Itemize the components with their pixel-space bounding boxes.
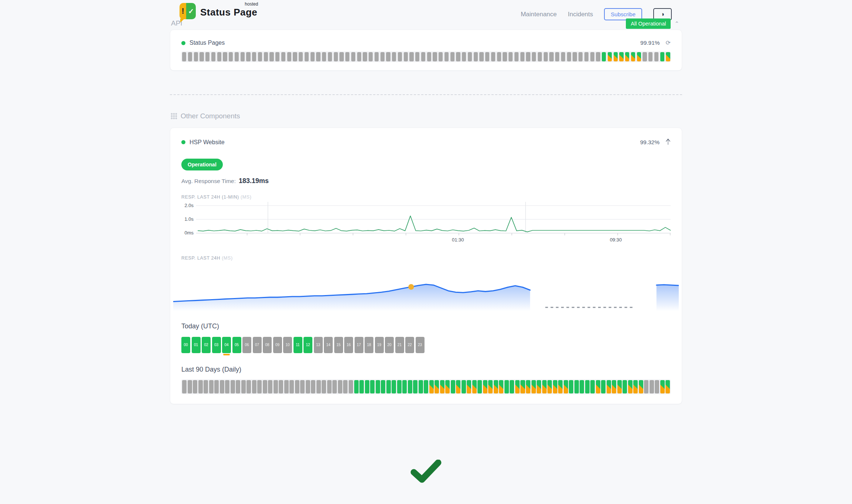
uptime-bar-degraded[interactable] [625,52,629,61]
hour-block-10[interactable]: 10 [283,337,292,353]
day-bar-operational[interactable] [601,380,606,393]
uptime-bar-operational[interactable] [660,52,664,61]
uptime-bar-no-data[interactable] [532,52,536,61]
day-bar-operational[interactable] [402,380,407,393]
uptime-bar-no-data[interactable] [485,52,489,61]
day-bar-degraded[interactable] [607,380,611,393]
uptime-bar-no-data[interactable] [258,52,262,61]
day-bar-operational[interactable] [359,380,364,393]
day-bar-degraded[interactable] [499,380,503,393]
day-bar-degraded[interactable] [547,380,552,393]
day-bar-no-data[interactable] [289,380,294,393]
uptime-bar-no-data[interactable] [538,52,542,61]
uptime-bar-no-data[interactable] [468,52,472,61]
uptime-bar-no-data[interactable] [526,52,530,61]
day-bar-degraded[interactable] [542,380,547,393]
hour-block-22[interactable]: 22 [405,337,414,353]
uptime-bar-no-data[interactable] [590,52,594,61]
day-bar-no-data[interactable] [188,380,192,393]
day-bar-no-data[interactable] [644,380,648,393]
uptime-bar-no-data[interactable] [514,52,519,61]
uptime-bar-no-data[interactable] [252,52,256,61]
day-bar-no-data[interactable] [193,380,197,393]
day-bar-degraded[interactable] [515,380,520,393]
hour-block-01[interactable]: 01 [192,337,201,353]
day-bar-no-data[interactable] [655,380,659,393]
day-bar-degraded[interactable] [435,380,439,393]
uptime-bar-degraded[interactable] [637,52,641,61]
hour-block-16[interactable]: 16 [344,337,353,353]
day-bar-operational[interactable] [504,380,509,393]
day-bar-degraded[interactable] [665,380,670,393]
uptime-bar-degraded[interactable] [631,52,635,61]
day-bar-degraded[interactable] [553,380,557,393]
day-bar-degraded[interactable] [429,380,434,393]
uptime-bar-no-data[interactable] [445,52,449,61]
day-bar-no-data[interactable] [279,380,283,393]
day-bar-no-data[interactable] [252,380,256,393]
day-bar-no-data[interactable] [257,380,262,393]
day-bar-operational[interactable] [419,380,423,393]
uptime-bar-no-data[interactable] [369,52,373,61]
day-bar-degraded[interactable] [526,380,530,393]
uptime-bar-no-data[interactable] [596,52,600,61]
uptime-bar-no-data[interactable] [246,52,250,61]
day-bar-no-data[interactable] [327,380,332,393]
uptime-bar-no-data[interactable] [404,52,408,61]
uptime-bar-no-data[interactable] [351,52,355,61]
day-bar-no-data[interactable] [306,380,310,393]
uptime-bar-no-data[interactable] [398,52,402,61]
day-bar-no-data[interactable] [300,380,305,393]
uptime-bar-no-data[interactable] [567,52,571,61]
uptime-bar-no-data[interactable] [479,52,483,61]
day-bar-degraded[interactable] [488,380,493,393]
uptime-bar-no-data[interactable] [269,52,274,61]
uptime-bar-no-data[interactable] [392,52,396,61]
hour-block-07[interactable]: 07 [253,337,262,353]
day-bar-degraded[interactable] [494,380,498,393]
day-bar-degraded[interactable] [456,380,460,393]
nav-maintenance-link[interactable]: Maintenance [521,11,557,18]
hour-block-12[interactable]: 12 [303,337,312,353]
day-bar-no-data[interactable] [332,380,337,393]
uptime-bar-no-data[interactable] [311,52,315,61]
uptime-bar-no-data[interactable] [334,52,338,61]
uptime-bar-no-data[interactable] [409,52,413,61]
uptime-bar-no-data[interactable] [573,52,577,61]
uptime-bar-no-data[interactable] [584,52,588,61]
uptime-bar-no-data[interactable] [264,52,268,61]
day-bar-no-data[interactable] [263,380,267,393]
uptime-bar-no-data[interactable] [578,52,583,61]
day-bar-degraded[interactable] [537,380,541,393]
hour-block-20[interactable]: 20 [385,337,394,353]
day-bar-operational[interactable] [392,380,396,393]
day-bar-no-data[interactable] [284,380,289,393]
hour-block-05[interactable]: 05 [232,337,241,353]
day-bar-operational[interactable] [623,380,627,393]
uptime-bar-no-data[interactable] [287,52,291,61]
day-bar-no-data[interactable] [220,380,224,393]
day-bar-no-data[interactable] [316,380,321,393]
uptime-bar-no-data[interactable] [561,52,565,61]
day-bar-degraded[interactable] [596,380,600,393]
uptime-bar-no-data[interactable] [339,52,343,61]
hour-block-03[interactable]: 03 [212,337,221,353]
day-bar-operational[interactable] [585,380,590,393]
uptime-bar-no-data[interactable] [199,52,204,61]
day-bar-degraded[interactable] [612,380,616,393]
hour-block-09[interactable]: 09 [273,337,282,353]
hour-block-18[interactable]: 18 [365,337,373,353]
uptime-bar-no-data[interactable] [544,52,548,61]
uptime-bar-no-data[interactable] [363,52,367,61]
uptime-bar-degraded[interactable] [614,52,618,61]
uptime-bar-no-data[interactable] [474,52,478,61]
uptime-bar-no-data[interactable] [509,52,513,61]
day-bar-no-data[interactable] [182,380,187,393]
day-bar-operational[interactable] [381,380,385,393]
uptime-bar-no-data[interactable] [427,52,431,61]
hour-block-23[interactable]: 23 [416,337,425,353]
day-bar-no-data[interactable] [338,380,342,393]
hour-block-19[interactable]: 19 [375,337,384,353]
day-bar-operational[interactable] [451,380,455,393]
uptime-bar-no-data[interactable] [205,52,209,61]
